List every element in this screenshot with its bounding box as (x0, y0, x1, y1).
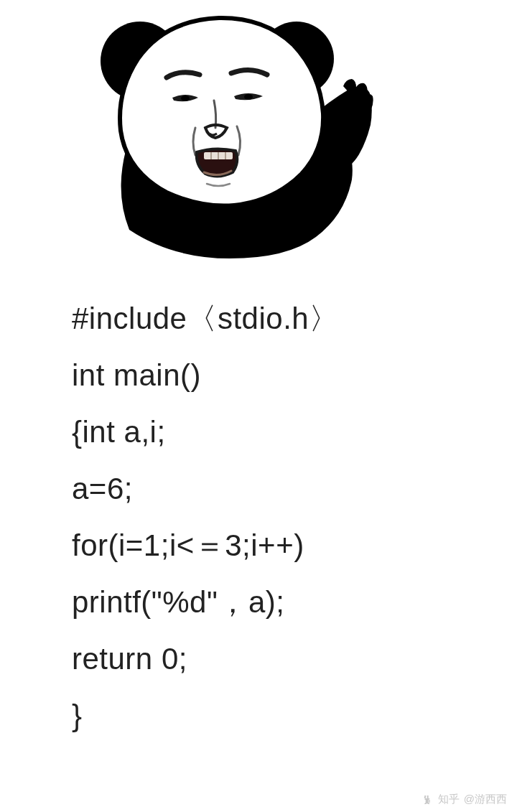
zhihu-logo-icon (422, 794, 434, 806)
panda-meme-image (86, 7, 373, 266)
code-line: printf("%d"，a); (72, 574, 474, 631)
svg-point-2 (181, 95, 190, 101)
code-line: {int a,i; (72, 404, 474, 461)
code-line: int main() (72, 347, 474, 404)
code-text-block: #include〈stdio.h〉 int main() {int a,i; a… (72, 291, 474, 745)
watermark-platform: 知乎 (438, 793, 460, 806)
watermark-author: @游西西 (464, 793, 507, 806)
code-line: a=6; (72, 461, 474, 518)
code-line: for(i=1;i<＝3;i++) (72, 518, 474, 574)
watermark: 知乎 @游西西 (422, 793, 507, 806)
code-line: #include〈stdio.h〉 (72, 291, 474, 347)
code-line: return 0; (72, 631, 474, 688)
panda-head-icon (86, 7, 373, 266)
svg-point-3 (244, 94, 253, 100)
code-line: } (72, 688, 474, 745)
